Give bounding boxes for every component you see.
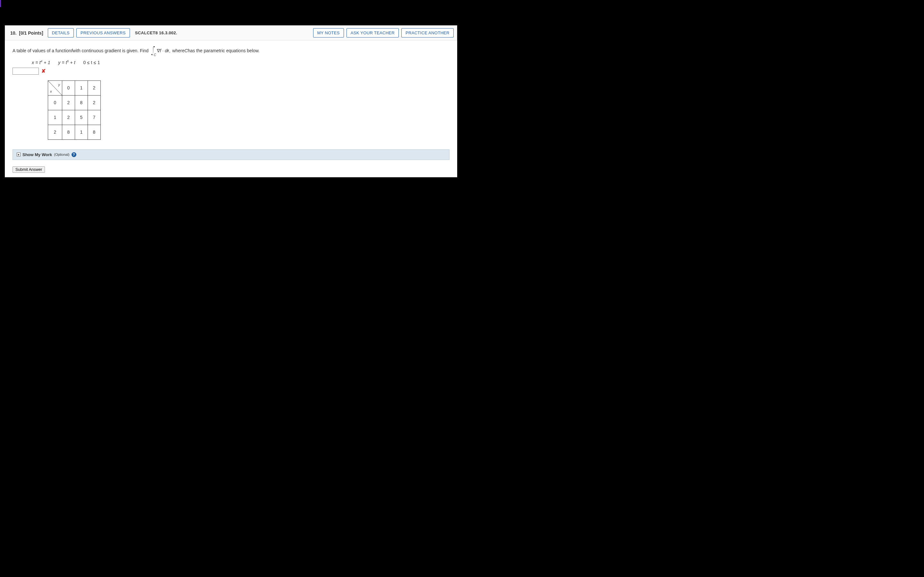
practice-another-button[interactable]: PRACTICE ANOTHER	[401, 28, 454, 37]
row-header: 1	[48, 110, 62, 125]
values-table: x y 0 1 2 0 2 8 2 1 2 5 7 2 8	[48, 81, 101, 140]
show-my-work-bar[interactable]: ▸ Show My Work (Optional) ?	[13, 149, 449, 160]
ask-teacher-button[interactable]: ASK YOUR TEACHER	[347, 28, 399, 37]
accent-stripe	[0, 0, 1, 7]
previous-answers-button[interactable]: PREVIOUS ANSWERS	[76, 28, 130, 37]
table-cell: 2	[62, 95, 75, 110]
submit-answer-button[interactable]: Submit Answer	[13, 166, 45, 173]
question-card: 10. [0/1 Points] DETAILS PREVIOUS ANSWER…	[5, 25, 457, 177]
row-header: 0	[48, 95, 62, 110]
question-number: 10. [0/1 Points]	[8, 31, 45, 35]
question-header: 10. [0/1 Points] DETAILS PREVIOUS ANSWER…	[5, 25, 457, 40]
table-cell: 1	[75, 125, 88, 139]
top-bar	[0, 0, 462, 25]
row-header: 2	[48, 125, 62, 139]
table-cell: 8	[88, 125, 101, 139]
table-cell: 8	[75, 95, 88, 110]
integrand-text: ∇f · dr,	[157, 48, 170, 53]
col-header: 1	[75, 81, 88, 95]
details-button[interactable]: DETAILS	[48, 28, 74, 37]
table-corner: x y	[48, 81, 62, 95]
table-cell: 2	[88, 95, 101, 110]
table-cell: 2	[62, 110, 75, 125]
integral-icon: C ∇f · dr,	[150, 45, 170, 56]
parametric-equations: x = t4 + 1 y = t5 + t 0 ≤ t ≤ 1	[32, 60, 449, 65]
my-notes-button[interactable]: MY NOTES	[313, 28, 344, 37]
expand-icon: ▸	[17, 153, 21, 156]
table-cell: 5	[75, 110, 88, 125]
question-body: A table of values of a function f with c…	[5, 40, 457, 177]
answer-input[interactable]	[13, 68, 39, 75]
bottom-bar	[0, 177, 462, 258]
show-my-work-label: Show My Work	[23, 152, 52, 157]
col-header: 2	[88, 81, 101, 95]
table-cell: 7	[88, 110, 101, 125]
table-cell: 8	[62, 125, 75, 139]
incorrect-icon: ✘	[41, 68, 45, 74]
problem-statement: A table of values of a function f with c…	[13, 45, 449, 56]
optional-label: (Optional)	[54, 153, 69, 156]
answer-row: ✘	[13, 68, 449, 75]
source-label: SCALCET8 16.3.002.	[132, 31, 180, 35]
col-header: 0	[62, 81, 75, 95]
help-icon[interactable]: ?	[71, 152, 76, 157]
